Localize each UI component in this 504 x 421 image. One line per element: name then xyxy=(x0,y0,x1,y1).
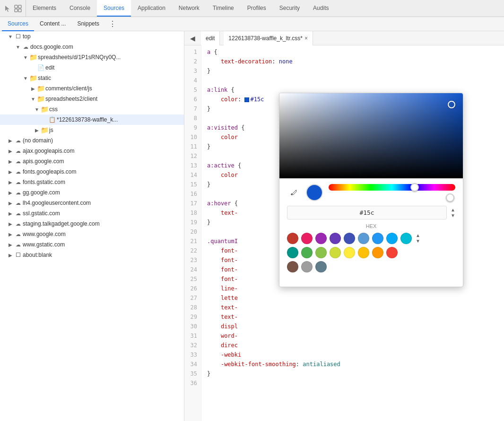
swatch-blue[interactable] xyxy=(372,233,383,244)
swatch-yellow[interactable] xyxy=(344,247,355,258)
tree-item-edit[interactable]: 📄 edit xyxy=(0,62,184,73)
tree-item-www-google[interactable]: ▶ ☁ www.google.com xyxy=(0,229,184,239)
tree-arrow-lh4: ▶ xyxy=(8,201,13,206)
close-tab-button[interactable]: × xyxy=(304,35,308,42)
tree-item-comments-client[interactable]: ▶ 📁 comments/client/js xyxy=(0,83,184,94)
swatch-cyan[interactable] xyxy=(400,233,412,244)
tab-application[interactable]: Application xyxy=(131,0,172,17)
tree-item-top[interactable]: ▼ ☐ top xyxy=(0,31,184,42)
tree-label-spreadsheets: spreadsheets/d/1P1sRNQry0Q... xyxy=(38,54,121,61)
picker-body: ▲ ▼ HEX xyxy=(279,178,463,281)
tree-label-fonts-gstatic: fonts.gstatic.com xyxy=(23,179,65,185)
swatch-green[interactable] xyxy=(301,247,313,258)
tab-sources[interactable]: Sources xyxy=(97,0,131,17)
tab-profiles[interactable]: Profiles xyxy=(241,0,273,17)
alpha-thumb[interactable] xyxy=(446,193,454,202)
cursor-icon[interactable] xyxy=(4,5,11,12)
swatch-deep-purple[interactable] xyxy=(330,233,341,244)
tree-label-ajax: ajax.googleapis.com xyxy=(23,148,74,154)
sec-tab-content[interactable]: Content ... xyxy=(34,17,71,31)
inspect-icon[interactable] xyxy=(14,5,22,12)
hex-input[interactable] xyxy=(287,206,447,219)
tree-arrow-gg: ▶ xyxy=(8,190,13,195)
tree-item-apis[interactable]: ▶ ☁ apis.google.com xyxy=(0,156,184,167)
tree-label-spreadsheets2: spreadsheets2/client xyxy=(45,96,97,102)
color-picker-popup: ▲ ▼ HEX xyxy=(279,93,463,287)
tree-item-fonts-gstatic[interactable]: ▶ ☁ fonts.gstatic.com xyxy=(0,177,184,187)
tab-console[interactable]: Console xyxy=(63,0,97,17)
tree-label-staging: staging.talkgadget.google.com xyxy=(23,220,100,227)
hue-thumb[interactable] xyxy=(410,183,419,192)
swatch-indigo[interactable] xyxy=(344,233,355,244)
tree-item-fonts-googleapis[interactable]: ▶ ☁ fonts.googleapis.com xyxy=(0,167,184,177)
tree-label-ssl: ssl.gstatic.com xyxy=(23,210,60,217)
editor-tab-edit[interactable]: edit xyxy=(201,31,220,45)
tree-arrow-apis: ▶ xyxy=(8,159,13,164)
folder-icon-top: ☐ xyxy=(14,33,22,40)
tree-item-static[interactable]: ▼ 📁 static xyxy=(0,73,184,83)
swatch-light-green[interactable] xyxy=(315,247,327,258)
tree-item-spreadsheets2[interactable]: ▼ 📁 spreadsheets2/client xyxy=(0,94,184,104)
more-tabs-button[interactable]: ⋮ xyxy=(105,17,120,31)
swatch-deep-orange[interactable] xyxy=(386,247,398,258)
tree-label-css: css xyxy=(49,106,58,113)
tree-item-about-blank[interactable]: ▶ ☐ about:blank xyxy=(0,250,184,260)
color-gradient-area[interactable] xyxy=(279,93,463,178)
alpha-slider[interactable] xyxy=(329,194,455,201)
devtools-icon-group xyxy=(0,0,26,17)
cloud-icon-ssl: ☁ xyxy=(14,210,22,217)
swatches-up-arrow[interactable]: ▲ xyxy=(416,233,420,238)
swatch-orange[interactable] xyxy=(372,247,383,258)
hex-up-arrow[interactable]: ▲ xyxy=(451,208,455,212)
cloud-icon-fonts-googleapis: ☁ xyxy=(14,168,22,175)
tree-label-fonts-googleapis: fonts.googleapis.com xyxy=(23,168,76,175)
swatch-blue-light[interactable] xyxy=(358,233,369,244)
tab-audits[interactable]: Audits xyxy=(306,0,335,17)
tree-item-ajax[interactable]: ▶ ☁ ajax.googleapis.com xyxy=(0,146,184,156)
tree-item-css[interactable]: ▼ 📁 css xyxy=(0,104,184,114)
tree-item-lh4[interactable]: ▶ ☁ lh4.googleusercontent.com xyxy=(0,198,184,208)
tree-item-docs-google[interactable]: ▼ ☁ docs.google.com xyxy=(0,42,184,52)
sidebar-toggle-button[interactable]: ◀ xyxy=(188,34,197,43)
tree-item-gg-google[interactable]: ▶ ☁ gg.google.com xyxy=(0,187,184,198)
editor-tab-waffle[interactable]: 1226138738-waffle_k_ltr.css* × xyxy=(224,31,313,45)
svg-rect-3 xyxy=(18,9,21,12)
tree-item-ssl[interactable]: ▶ ☁ ssl.gstatic.com xyxy=(0,208,184,219)
hex-down-arrow[interactable]: ▼ xyxy=(451,213,455,218)
eyedropper-button[interactable] xyxy=(287,186,300,199)
swatches-down-arrow[interactable]: ▼ xyxy=(416,239,420,244)
tree-arrow-www-google: ▶ xyxy=(8,232,13,237)
swatch-purple[interactable] xyxy=(315,233,327,244)
sec-tab-snippets[interactable]: Snippets xyxy=(71,17,105,31)
editor-topbar: ◀ edit 1226138738-waffle_k_ltr.css* × xyxy=(184,31,504,45)
folder-icon-about: ☐ xyxy=(14,251,22,259)
tab-network[interactable]: Network xyxy=(172,0,206,17)
tab-timeline[interactable]: Timeline xyxy=(206,0,241,17)
swatch-grey[interactable] xyxy=(301,261,313,272)
tab-security[interactable]: Security xyxy=(273,0,306,17)
tree-label-lh4: lh4.googleusercontent.com xyxy=(23,200,91,206)
tree-item-staging[interactable]: ▶ ☁ staging.talkgadget.google.com xyxy=(0,219,184,229)
swatch-blue-grey[interactable] xyxy=(315,261,327,272)
file-icon-edit: 📄 xyxy=(37,64,44,71)
tab-elements[interactable]: Elements xyxy=(26,0,63,17)
tree-item-www-gstatic[interactable]: ▶ ☁ www.gstatic.com xyxy=(0,239,184,250)
color-gradient-handle[interactable] xyxy=(448,101,455,108)
swatch-teal[interactable] xyxy=(287,247,298,258)
swatches-stepper-1[interactable]: ▲ ▼ xyxy=(416,233,420,244)
swatch-lime[interactable] xyxy=(330,247,341,258)
sec-tab-sources[interactable]: Sources xyxy=(2,17,34,31)
swatch-brown[interactable] xyxy=(287,261,298,272)
swatch-amber[interactable] xyxy=(358,247,369,258)
swatch-pink[interactable] xyxy=(301,233,313,244)
tree-item-spreadsheets[interactable]: ▼ 📁 spreadsheets/d/1P1sRNQry0Q... xyxy=(0,52,184,62)
tree-item-no-domain[interactable]: ▶ ☁ (no domain) xyxy=(0,135,184,146)
tree-item-js[interactable]: ▶ 📁 js xyxy=(0,125,184,135)
tree-item-waffle-css[interactable]: 📋 *1226138738-waffle_k... xyxy=(0,114,184,125)
cloud-icon-fonts-gstatic: ☁ xyxy=(14,178,22,186)
hue-slider[interactable] xyxy=(329,184,455,191)
hex-stepper[interactable]: ▲ ▼ xyxy=(451,208,455,218)
swatch-light-blue[interactable] xyxy=(386,233,398,244)
swatch-red[interactable] xyxy=(287,233,298,244)
color-swatch-15c[interactable] xyxy=(244,97,249,102)
